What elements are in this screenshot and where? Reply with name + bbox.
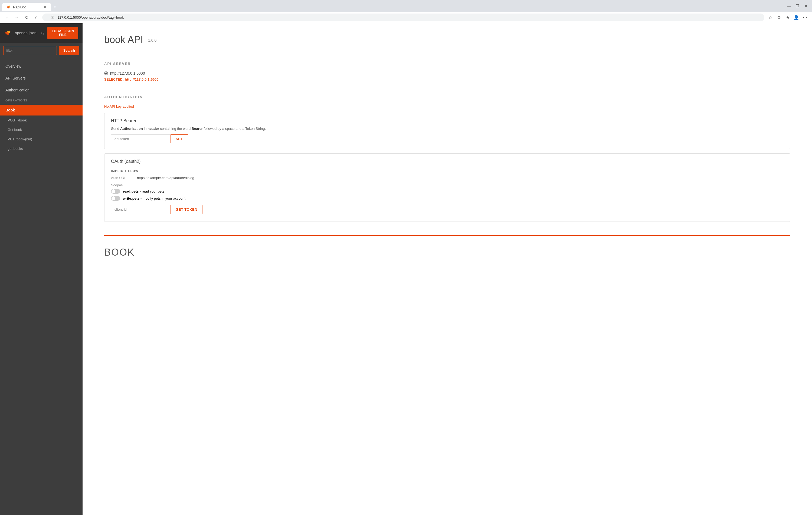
scopes-label: Scopes (111, 183, 133, 187)
extensions-icon[interactable]: ⚙ (775, 14, 783, 21)
operations-label: OPERATIONS (0, 96, 83, 105)
sidebar-item-overview[interactable]: Overview (0, 60, 83, 72)
filter-input[interactable] (3, 46, 57, 55)
reload-button[interactable]: ↻ (23, 14, 30, 21)
scope-row-write-pets: write:pets - modify pets in your account (111, 196, 784, 201)
local-json-button[interactable]: LOCAL JSON FILE (47, 27, 78, 39)
minimize-button[interactable]: — (785, 2, 792, 10)
toolbar-icons: ☆ ⚙ ★ 👤 ⋯ (766, 14, 809, 21)
browser-chrome: RapiDoc ✕ + — ❐ ✕ ← → ↻ ⌂ ⓘ 127.0.0.1:50… (0, 0, 812, 23)
sidebar-item-api-servers[interactable]: API Servers (0, 72, 83, 84)
forward-button[interactable]: → (13, 14, 21, 21)
bookmark-star-icon[interactable]: ☆ (766, 14, 774, 21)
search-area: Search (0, 43, 83, 58)
search-button[interactable]: Search (59, 46, 79, 55)
scopes-label-row: Scopes (111, 183, 784, 187)
new-tab-button[interactable]: + (52, 2, 58, 12)
tab-bar: RapiDoc ✕ + — ❐ ✕ (0, 0, 812, 12)
api-server-section-title: API SERVER (104, 62, 790, 66)
profile-icon[interactable]: 👤 (792, 14, 800, 21)
sidebar: openapi.json ⇆ LOCAL JSON FILE Search Ov… (0, 23, 83, 515)
no-api-key-text: No API key applied (104, 104, 790, 109)
oauth-title: OAuth (oauth2) (111, 159, 784, 164)
main-content: book API 1.0.0 API SERVER http://127.0.0… (83, 23, 812, 515)
bearer-description: Send Authorization in header containing … (111, 127, 784, 131)
get-token-button[interactable]: GET TOKEN (171, 205, 202, 214)
maximize-button[interactable]: ❐ (793, 2, 801, 10)
write-pets-toggle[interactable] (111, 196, 120, 201)
read-pets-toggle[interactable] (111, 189, 120, 194)
sidebar-sub-item-get-books[interactable]: get books (0, 144, 83, 153)
oauth-section: IMPLICIT FLOW Auth URL https://example.c… (111, 167, 784, 216)
authentication-section: AUTHENTICATION No API key applied HTTP B… (104, 95, 790, 222)
back-button[interactable]: ← (3, 14, 11, 21)
set-button[interactable]: SET (171, 134, 188, 143)
sidebar-sub-item-put-book-bid[interactable]: PUT /book/{bid} (0, 134, 83, 144)
oauth-card: OAuth (oauth2) IMPLICIT FLOW Auth URL ht… (104, 153, 790, 222)
tab-title: RapiDoc (13, 5, 27, 9)
page-title: book API 1.0.0 (104, 34, 790, 46)
implicit-flow-title: IMPLICIT FLOW (111, 169, 784, 173)
swap-icon[interactable]: ⇆ (40, 31, 44, 36)
home-button[interactable]: ⌂ (32, 14, 40, 21)
url-text: 127.0.0.1:5000/openapi/rapidoc#tag--book (57, 16, 124, 20)
selected-server-text: SELECTED: http://127.0.0.1:5000 (104, 78, 790, 82)
get-token-row: GET TOKEN (111, 205, 784, 214)
favorites-icon[interactable]: ★ (784, 14, 791, 21)
section-divider (104, 235, 790, 236)
close-button[interactable]: ✕ (802, 2, 810, 10)
write-pets-scope-name: write:pets - modify pets in your account (123, 196, 185, 201)
scopes-section: Scopes read:pets - read your pets write:… (111, 183, 784, 201)
tab-close-button[interactable]: ✕ (43, 5, 47, 9)
info-icon: ⓘ (51, 15, 54, 20)
server-option: http://127.0.0.1:5000 (104, 71, 790, 75)
sidebar-item-book[interactable]: Book (0, 105, 83, 116)
read-pets-scope-name: read:pets - read your pets (123, 189, 164, 193)
auth-url-value: https://example.com/api/oauth/dialog (137, 176, 194, 180)
authentication-section-title: AUTHENTICATION (104, 95, 790, 99)
scope-row-read-pets: read:pets - read your pets (111, 189, 784, 194)
sidebar-sub-item-get-book[interactable]: Get book (0, 125, 83, 134)
auth-url-label: Auth URL (111, 176, 133, 180)
app-container: openapi.json ⇆ LOCAL JSON FILE Search Ov… (0, 23, 812, 515)
app-logo (4, 28, 12, 38)
nav-items: Overview API Servers Authentication OPER… (0, 58, 83, 155)
sidebar-sub-item-post-book[interactable]: POST /book (0, 116, 83, 125)
address-bar-row: ← → ↻ ⌂ ⓘ 127.0.0.1:5000/openapi/rapidoc… (0, 12, 812, 23)
api-file-name: openapi.json (15, 31, 36, 35)
server-url-text: http://127.0.0.1:5000 (110, 71, 145, 75)
api-token-input[interactable] (111, 134, 171, 143)
sidebar-item-authentication[interactable]: Authentication (0, 84, 83, 96)
address-field[interactable]: ⓘ 127.0.0.1:5000/openapi/rapidoc#tag--bo… (42, 13, 764, 21)
auth-url-row: Auth URL https://example.com/api/oauth/d… (111, 176, 784, 180)
http-bearer-card: HTTP Bearer Send Authorization in header… (104, 113, 790, 149)
tab-favicon (6, 5, 11, 9)
http-bearer-title: HTTP Bearer (111, 119, 784, 123)
more-options-icon[interactable]: ⋯ (801, 14, 809, 21)
client-id-input[interactable] (111, 205, 171, 214)
window-controls: — ❐ ✕ (785, 2, 810, 12)
api-server-section: API SERVER http://127.0.0.1:5000 SELECTE… (104, 62, 790, 82)
token-row: SET (111, 134, 784, 143)
active-tab[interactable]: RapiDoc ✕ (2, 3, 51, 11)
book-section-title: BOOK (104, 247, 790, 258)
server-radio-button[interactable] (104, 71, 108, 75)
sidebar-header: openapi.json ⇆ LOCAL JSON FILE (0, 23, 83, 43)
api-version: 1.0.0 (148, 38, 156, 42)
